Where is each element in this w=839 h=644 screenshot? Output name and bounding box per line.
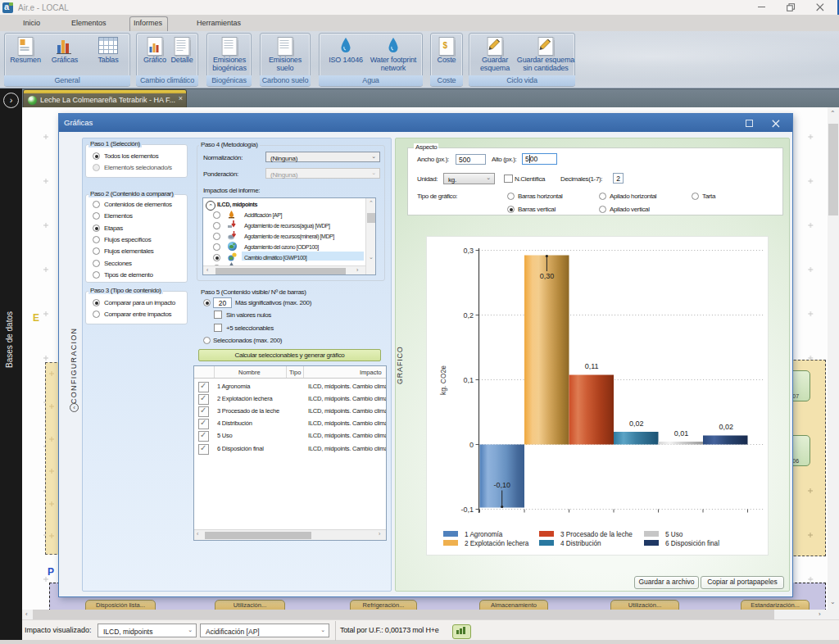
- svg-text:0,2: 0,2: [463, 311, 474, 320]
- svg-text:6 Disposición final: 6 Disposición final: [665, 540, 719, 547]
- svg-text:5 Uso: 5 Uso: [665, 531, 683, 538]
- svg-text:-0,10: -0,10: [493, 481, 510, 489]
- svg-text:kg. CO2e: kg. CO2e: [439, 365, 447, 395]
- svg-text:0,02: 0,02: [719, 423, 733, 431]
- svg-text:0,02: 0,02: [629, 420, 644, 428]
- svg-text:4 Distribución: 4 Distribución: [560, 540, 601, 547]
- svg-text:3 Procesado de la leche: 3 Procesado de la leche: [560, 531, 633, 538]
- svg-text:1 Agronomía: 1 Agronomía: [465, 531, 503, 538]
- svg-text:0,30: 0,30: [540, 272, 555, 280]
- svg-text:0,11: 0,11: [585, 362, 599, 370]
- svg-text:0,3: 0,3: [463, 247, 474, 255]
- svg-text:-0,1: -0,1: [460, 506, 474, 514]
- svg-text:0: 0: [469, 441, 474, 449]
- svg-text:0,01: 0,01: [674, 429, 689, 438]
- svg-text:0,1: 0,1: [463, 376, 474, 384]
- svg-text:2 Explotación lechera: 2 Explotación lechera: [465, 540, 529, 547]
